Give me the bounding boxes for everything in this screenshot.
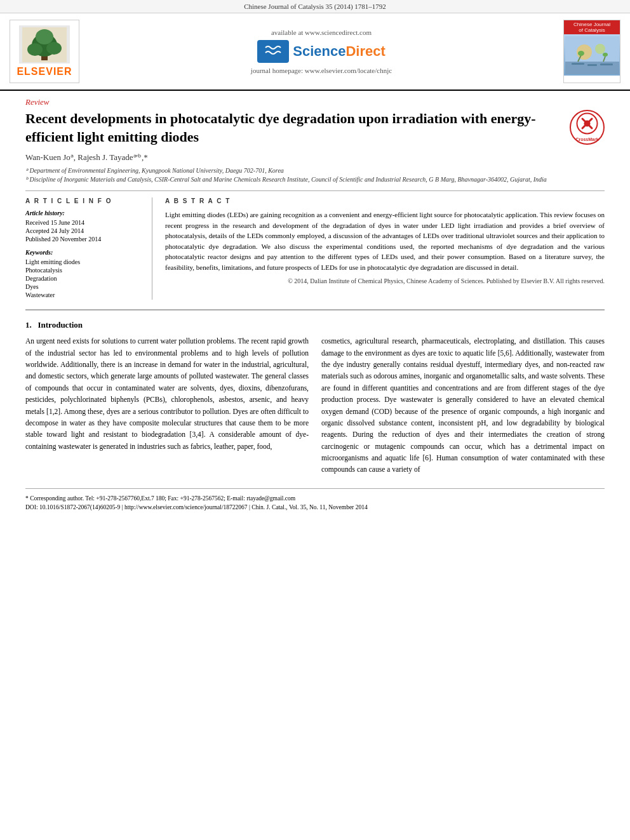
authors-text: Wan-Kuen Joᵃ, Rajesh J. Tayadeᵃ'ᵇ,* (25, 152, 148, 162)
elsevier-tree-image (19, 25, 70, 63)
keyword-4: Dyes (25, 283, 142, 290)
article-history-label: Article history: (25, 210, 142, 217)
section-title-text: Introduction (38, 320, 83, 330)
corresponding-author: * Corresponding author. Tel: +91-278-256… (25, 494, 605, 503)
journal-info: Chinese Journal of Catalysis 35 (2014) 1… (244, 3, 386, 10)
paper-body: Review Recent developments in photocatal… (0, 91, 630, 524)
top-bar: Chinese Journal of Catalysis 35 (2014) 1… (0, 0, 630, 13)
doi-info: DOI: 10.1016/S1872-2067(14)60205-9 | htt… (25, 503, 605, 512)
section-number-text: 1. (25, 320, 32, 330)
svg-point-15 (578, 51, 584, 56)
left-body-text: An urgent need exists for solutions to c… (25, 335, 309, 452)
copyright-text: © 2014, Dalian Institute of Chemical Phy… (165, 277, 605, 284)
date-accepted: Accepted 24 July 2014 (25, 227, 142, 234)
svg-point-19 (584, 120, 591, 126)
keyword-5: Wastewater (25, 291, 142, 298)
tree-svg (22, 27, 67, 62)
available-text: available at www.sciencedirect.com (271, 29, 372, 36)
svg-point-17 (603, 53, 608, 57)
date-received: Received 15 June 2014 (25, 219, 142, 226)
svg-point-3 (27, 43, 43, 56)
keyword-3: Degradation (25, 275, 142, 282)
svg-rect-6 (260, 43, 286, 60)
date-published: Published 20 November 2014 (25, 236, 142, 243)
abstract-heading: A B S T R A C T (165, 197, 605, 204)
right-body-text: cosmetics, agricultural research, pharma… (321, 335, 605, 476)
sciencedirect-logo: ScienceDirect (257, 40, 385, 63)
left-column: An urgent need exists for solutions to c… (25, 335, 309, 476)
affiliations: ᵃ Department of Environmental Engineerin… (25, 166, 605, 184)
paper-title: Recent developments in photocatalytic dy… (25, 110, 605, 146)
section-heading: 1. Introduction (25, 320, 605, 330)
elsevier-logo: ELSEVIER (10, 20, 79, 83)
elsevier-wordmark: ELSEVIER (17, 66, 72, 77)
title-text: Recent developments in photocatalytic dy… (25, 110, 536, 145)
keyword-1: Light emitting diodes (25, 258, 142, 265)
sd-icon (257, 40, 289, 63)
authors: Wan-Kuen Joᵃ, Rajesh J. Tayadeᵃ'ᵇ,* (25, 152, 605, 163)
abstract-section: A B S T R A C T Light emitting diodes (L… (165, 197, 605, 300)
article-info-heading: A R T I C L E I N F O (25, 197, 142, 204)
review-tag: Review (25, 97, 605, 107)
divider-2 (25, 309, 605, 310)
keyword-2: Photocatalysis (25, 267, 142, 274)
svg-rect-11 (572, 63, 584, 65)
svg-rect-12 (587, 64, 597, 66)
journal-cover: Chinese Journalof Catalysis (563, 20, 620, 83)
article-info: A R T I C L E I N F O Article history: R… (25, 197, 152, 300)
header-section: ELSEVIER available at www.sciencedirect.… (0, 13, 630, 91)
footnotes-section: * Corresponding author. Tel: +91-278-256… (25, 488, 605, 512)
sd-text: ScienceDirect (293, 43, 385, 60)
divider-1 (25, 190, 605, 191)
abstract-text: Light emitting diodes (LEDs) are gaining… (165, 210, 605, 272)
svg-point-10 (595, 44, 605, 54)
journal-cover-header: Chinese Journalof Catalysis (564, 20, 620, 34)
svg-point-5 (36, 29, 53, 44)
crossmark: CrossMark (570, 110, 605, 145)
main-content: An urgent need exists for solutions to c… (25, 335, 605, 476)
affiliation-a: ᵃ Department of Environmental Engineerin… (25, 166, 605, 175)
right-column: cosmetics, agricultural research, pharma… (321, 335, 605, 476)
journal-cover-image (564, 34, 620, 76)
svg-point-4 (46, 42, 62, 55)
header-middle: available at www.sciencedirect.com Scien… (86, 20, 557, 83)
svg-rect-13 (600, 63, 613, 65)
keywords-label: Keywords: (25, 249, 142, 256)
affiliation-b: ᵇ Discipline of Inorganic Materials and … (25, 175, 605, 184)
article-abstract-section: A R T I C L E I N F O Article history: R… (25, 197, 605, 300)
journal-homepage: journal homepage: www.elsevier.com/locat… (251, 67, 392, 74)
